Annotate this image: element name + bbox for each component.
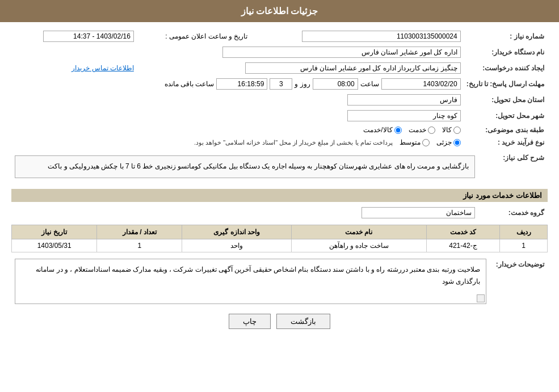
notes-row: توضیحات خریدار: صلاحیت ورتبه بندی معتبر … [12, 257, 547, 306]
cell-tarikh: 1403/05/31 [12, 239, 97, 252]
radio-kala[interactable] [453, 127, 461, 134]
contact-link[interactable]: اطلاعات تماس خریدار [72, 64, 134, 72]
radio-desc-text: پرداخت تمام یا بخشی از مبلغ خریدار از مح… [194, 139, 393, 146]
cell-kod: ج-42-421 [426, 239, 499, 252]
radio-motovaset[interactable] [422, 139, 430, 146]
radio-motovaset-label[interactable]: متوسط [400, 138, 430, 146]
shomara-label: شماره نیاز : [464, 29, 547, 44]
announce-label: تاریخ و ساعت اعلان عمومی : [165, 32, 247, 40]
col-tarikh: تاریخ نیاز [12, 225, 97, 239]
sharh-label: شرح کلی نیاز: [478, 150, 547, 183]
cell-nam: ساخت جاده و راهآهن [291, 239, 426, 252]
radio-kala-text: کالا [442, 126, 452, 134]
mohlat-flex: ساعت روز و ساعت باقی مانده [15, 78, 461, 90]
mohlat-row: مهلت ارسال پاسخ: تا تاریخ: ساعت روز و سا… [12, 77, 547, 91]
page-wrapper: جزئیات اطلاعات نیاز شماره نیاز : تاریخ و… [0, 0, 559, 392]
back-button[interactable]: بازگشت [276, 314, 330, 329]
farayand-radio-group: جزئی متوسط پرداخت تمام یا بخشی از مبلغ خ… [15, 138, 461, 146]
radio-kala-khedmat[interactable] [394, 127, 402, 134]
shomara-value-cell [251, 29, 463, 44]
shomara-row: شماره نیاز : تاریخ و ساعت اعلان عمومی : [12, 29, 547, 44]
days-label-static: روز و [295, 80, 310, 88]
sharh-value-cell: بازگشایی و مرمت راه های عشایری شهرستان ک… [12, 150, 477, 183]
announce-label-cell: تاریخ و ساعت اعلان عمومی : [137, 29, 250, 44]
ijad-value-cell [137, 61, 463, 75]
dastgah-label: نام دستگاه خریدار: [464, 45, 547, 60]
grooh-label: گروه خدمت: [478, 205, 547, 220]
sharh-row: شرح کلی نیاز: بازگشایی و مرمت راه های عش… [12, 150, 547, 183]
shahr-value-cell [12, 108, 463, 123]
col-vahed: واحد اندازه گیری [182, 225, 291, 239]
radio-jozei-label[interactable]: جزئی [436, 138, 461, 146]
radio-motovaset-text: متوسط [400, 138, 421, 146]
grooh-value-cell [12, 205, 477, 220]
farayand-radio-cell: جزئی متوسط پرداخت تمام یا بخشی از مبلغ خ… [12, 137, 463, 148]
content-area: شماره نیاز : تاریخ و ساعت اعلان عمومی : … [0, 22, 559, 342]
grooh-input[interactable] [362, 207, 475, 218]
ostan-row: استان محل تحویل: [12, 92, 547, 107]
time2-input[interactable] [216, 78, 267, 90]
tabagheh-radio-cell: کالا خدمت کالا/خدمت [12, 124, 463, 136]
notes-value-cell: صلاحیت ورتبه بندی معتبر دررشته راه و با … [12, 257, 489, 306]
cell-radif: 1 [500, 239, 548, 252]
ijad-input[interactable] [245, 62, 461, 74]
col-kod: کد خدمت [426, 225, 499, 239]
radio-khedmat[interactable] [428, 127, 435, 134]
radio-jozei-text: جزئی [436, 138, 452, 146]
shahr-row: شهر محل تحویل: [12, 108, 547, 123]
notes-text: صلاحیت ورتبه بندی معتبر دررشته راه و با … [36, 265, 480, 286]
ijad-row: ایجاد کننده درخواست: اطلاعات تماس خریدار [12, 61, 547, 75]
main-info-table: شماره نیاز : تاریخ و ساعت اعلان عمومی : … [11, 28, 548, 149]
tabagheh-row: طبقه بندی موضوعی: کالا خدمت [12, 124, 547, 136]
mohlat-values: ساعت روز و ساعت باقی مانده [12, 77, 463, 91]
page-title: جزئیات اطلاعات نیاز [241, 6, 318, 16]
page-header: جزئیات اطلاعات نیاز [0, 0, 559, 22]
sharh-description: بازگشایی و مرمت راه های عشایری شهرستان ک… [15, 155, 475, 178]
time-input[interactable] [313, 78, 358, 90]
col-radif: ردیف [500, 225, 548, 239]
date-input[interactable] [381, 78, 461, 90]
dastgah-input[interactable] [222, 47, 461, 58]
sharh-table: شرح کلی نیاز: بازگشایی و مرمت راه های عش… [11, 149, 548, 184]
radio-kala-label[interactable]: کالا [442, 126, 461, 134]
radio-khedmat-text: خدمت [409, 126, 426, 134]
ostan-input[interactable] [347, 94, 461, 106]
mohlat-label: مهلت ارسال پاسخ: تا تاریخ: [464, 77, 547, 91]
farayand-row: نوع فرآیند خرید : جزئی متوسط پرداخت تمام… [12, 137, 547, 148]
ostan-value-cell [12, 92, 463, 107]
notes-content: صلاحیت ورتبه بندی معتبر دررشته راه و با … [15, 259, 486, 304]
grooh-row: گروه خدمت: [12, 205, 547, 220]
shahr-input[interactable] [347, 110, 461, 121]
radio-jozei[interactable] [453, 139, 461, 146]
services-thead: ردیف کد خدمت نام خدمت واحد اندازه گیری ت… [12, 225, 548, 239]
tabagheh-radio-group: کالا خدمت کالا/خدمت [15, 126, 461, 134]
ijad-label: ایجاد کننده درخواست: [464, 61, 547, 75]
days-input[interactable] [270, 78, 292, 90]
farayand-label: نوع فرآیند خرید : [464, 137, 547, 148]
time-label-static: ساعت [360, 80, 379, 88]
radio-kala-khedmat-text: کالا/خدمت [363, 126, 392, 134]
services-header-row: ردیف کد خدمت نام خدمت واحد اندازه گیری ت… [12, 225, 548, 239]
announce-value-cell [12, 29, 136, 44]
tabagheh-label: طبقه بندی موضوعی: [464, 124, 547, 136]
cell-vahed: واحد [182, 239, 291, 252]
remaining-label: ساعت باقی مانده [165, 80, 215, 88]
col-tedad: تعداد / مقدار [97, 225, 182, 239]
footer-buttons: بازگشت چاپ [11, 307, 548, 336]
radio-kala-khedmat-label[interactable]: کالا/خدمت [363, 126, 401, 134]
shahr-label: شهر محل تحویل: [464, 108, 547, 123]
shomara-input[interactable] [302, 31, 461, 42]
notes-table: توضیحات خریدار: صلاحیت ورتبه بندی معتبر … [11, 256, 548, 307]
dastgah-value-cell [12, 45, 463, 60]
resize-handle[interactable] [477, 294, 485, 302]
cell-tedad: 1 [97, 239, 182, 252]
announce-input[interactable] [43, 31, 134, 42]
dastgah-row: نام دستگاه خریدار: [12, 45, 547, 60]
print-button[interactable]: چاپ [229, 314, 271, 329]
table-row: 1 ج-42-421 ساخت جاده و راهآهن واحد 1 140… [12, 239, 548, 252]
services-tbody: 1 ج-42-421 ساخت جاده و راهآهن واحد 1 140… [12, 239, 548, 252]
notes-label: توضیحات خریدار: [490, 257, 547, 306]
grooh-table: گروه خدمت: [11, 204, 548, 221]
radio-khedmat-label[interactable]: خدمت [409, 126, 435, 134]
col-nam: نام خدمت [291, 225, 426, 239]
